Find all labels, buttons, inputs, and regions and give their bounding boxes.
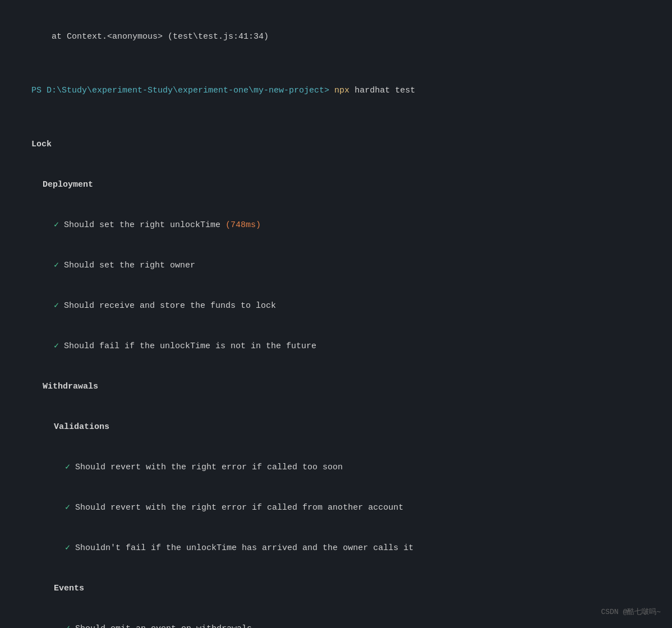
checkmark-8: ✓ bbox=[65, 624, 70, 628]
checkmark-1: ✓ bbox=[54, 220, 59, 230]
watermark: CSDN @酷七啵吗~ bbox=[601, 607, 661, 617]
test-shouldnt-fail: ✓ Shouldn't fail if the unlockTime has a… bbox=[11, 528, 661, 569]
withdrawals-title: Withdrawals bbox=[11, 367, 661, 407]
timing-748: (748ms) bbox=[225, 220, 261, 230]
test-unlock-time: ✓ Should set the right unlockTime (748ms… bbox=[11, 205, 661, 246]
test-revert-too-soon: ✓ Should revert with the right error if … bbox=[11, 447, 661, 488]
checkmark-4: ✓ bbox=[54, 341, 59, 351]
events-title: Events bbox=[11, 569, 661, 609]
test-revert-another-account: ✓ Should revert with the right error if … bbox=[11, 488, 661, 528]
checkmark-6: ✓ bbox=[65, 503, 70, 512]
deployment-title: Deployment bbox=[11, 165, 661, 205]
checkmark-2: ✓ bbox=[54, 261, 59, 270]
test-receive-funds: ✓ Should receive and store the funds to … bbox=[11, 286, 661, 326]
checkmark-5: ✓ bbox=[65, 463, 70, 472]
test-fail-unlock: ✓ Should fail if the unlockTime is not i… bbox=[11, 326, 661, 367]
prompt-line-1: PS D:\Study\experiment-Study\experiment-… bbox=[11, 71, 661, 111]
checkmark-3: ✓ bbox=[54, 301, 59, 311]
context-line: at Context.<anonymous> (test\test.js:41:… bbox=[11, 17, 661, 57]
checkmark-7: ✓ bbox=[65, 543, 70, 553]
prompt-prefix-1: PS D:\Study\experiment-Study\experiment-… bbox=[31, 86, 334, 95]
test-right-owner: ✓ Should set the right owner bbox=[11, 246, 661, 286]
terminal-output: at Context.<anonymous> (test\test.js:41:… bbox=[0, 11, 672, 628]
test-emit-event: ✓ Should emit an event on withdrawals bbox=[11, 609, 661, 628]
npx-command: npx bbox=[334, 86, 349, 95]
context-text: at Context.<anonymous> (test\test.js:41:… bbox=[31, 32, 269, 41]
validations-title: Validations bbox=[11, 407, 661, 447]
hardhat-command: hardhat test bbox=[349, 86, 415, 95]
lock-title: Lock bbox=[11, 124, 661, 165]
